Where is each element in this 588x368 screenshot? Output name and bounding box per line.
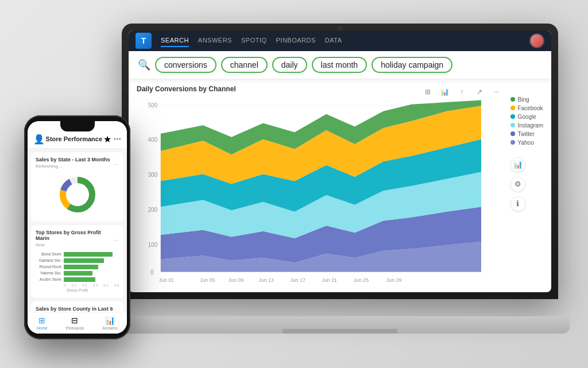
- svg-text:Jun 13: Jun 13: [258, 277, 273, 283]
- search-chip-channel[interactable]: channel: [221, 57, 268, 73]
- bar-chart-toggle[interactable]: 📊: [510, 157, 525, 172]
- svg-text:Jun 21: Jun 21: [322, 277, 337, 283]
- bar-fill-3: [64, 265, 98, 269]
- legend-instagram-dot: [510, 123, 515, 127]
- donut-card-title: Sales by State - Last 3 Months: [36, 157, 110, 162]
- chart-legend-sidebar: Bing Facebook Google Instagram: [510, 85, 543, 285]
- svg-text:Jun 17: Jun 17: [291, 277, 305, 283]
- legend-google: Google: [510, 114, 536, 120]
- phone-header-icons: ★ ···: [103, 134, 121, 145]
- svg-text:Jun 05: Jun 05: [200, 277, 215, 283]
- phone-nav-pinboards[interactable]: ⊟ Pinboards: [66, 316, 84, 330]
- legend-facebook-dot: [510, 106, 515, 110]
- answers-icon: 📊: [105, 316, 115, 325]
- axis-0: 0: [64, 284, 65, 287]
- bar-label-2: Garland Sto.: [36, 258, 61, 262]
- nav-data[interactable]: DATA: [325, 34, 342, 47]
- search-chip-daily[interactable]: daily: [272, 57, 307, 73]
- nav-items: SEARCH ANSWERS SPOTIQ PINBOARDS DATA: [161, 34, 520, 47]
- nav-answers[interactable]: ANSWERS: [198, 34, 232, 47]
- search-chip-last-month[interactable]: last month: [312, 57, 368, 73]
- svg-text:Jun 09: Jun 09: [229, 277, 243, 283]
- legend-twitter-dot: [510, 131, 515, 136]
- axis-1: 0.1: [72, 284, 76, 287]
- info-btn[interactable]: ℹ: [510, 196, 525, 211]
- table-view-btn[interactable]: ⊞: [421, 85, 435, 99]
- svg-text:0: 0: [150, 269, 154, 276]
- bar-row-4: Yakima Sto.: [36, 271, 119, 276]
- chart-header: Daily Conversions by Channel ⊞ 📊 ↑ ↗ ···: [137, 85, 504, 96]
- bar-axis: 0 0.1 0.2 0.3 0.4 0.6: [36, 284, 119, 287]
- phone-screen: 👤 Store Performance ★ ··· Sales by State…: [28, 121, 127, 334]
- phone-title: Store Performance: [46, 135, 102, 142]
- axis-4: 0.4: [103, 284, 108, 287]
- svg-point-25: [66, 183, 89, 206]
- legend-twitter: Twitter: [510, 131, 535, 137]
- nav-pinboards[interactable]: PINBOARDS: [276, 34, 316, 47]
- pinboards-icon: ⊟: [71, 316, 78, 325]
- stacked-area-chart: 500 400 300 200 100 0: [137, 99, 504, 287]
- svg-text:100: 100: [148, 241, 158, 248]
- svg-text:400: 400: [148, 136, 158, 143]
- legend-google-label: Google: [518, 114, 536, 120]
- legend-instagram-label: Instagram: [518, 122, 543, 129]
- legend-yahoo-label: Yahoo: [518, 140, 534, 146]
- more-btn[interactable]: ···: [490, 85, 504, 99]
- svg-text:300: 300: [148, 171, 158, 178]
- app-logo: T: [136, 33, 152, 49]
- svg-text:Jun 25: Jun 25: [354, 277, 369, 283]
- chart-title: Daily Conversions by Channel: [137, 85, 236, 93]
- donut-more-icon[interactable]: ···: [114, 161, 119, 168]
- search-icon: 🔍: [138, 59, 150, 71]
- search-chip-holiday[interactable]: holiday campaign: [372, 57, 452, 73]
- phone-content: Sales by State - Last 3 Months Refreshin…: [28, 149, 127, 312]
- legend-bing-label: Bing: [518, 96, 529, 103]
- bar-row-3: Round Rock: [36, 265, 119, 269]
- legend-facebook-label: Facebook: [518, 105, 543, 111]
- laptop-base: [110, 316, 570, 334]
- pin-btn[interactable]: ↑: [455, 85, 469, 99]
- bar-card-title: Top Stores by Gross Profit Marin: [36, 230, 114, 241]
- bar-label-1: Bend Store: [36, 252, 61, 256]
- bar-chart: Bend Store Garland Sto. Round Rock: [36, 251, 119, 293]
- svg-text:200: 200: [148, 206, 158, 213]
- nav-search[interactable]: SEARCH: [161, 34, 189, 47]
- bar-label-3: Round Rock: [36, 265, 61, 269]
- answers-label: Answers: [102, 326, 118, 330]
- chart-top-actions: ⊞ 📊 ↑ ↗ ···: [421, 85, 504, 99]
- bar-more-icon[interactable]: ···: [114, 237, 119, 243]
- donut-chart: [36, 172, 119, 217]
- pinboards-label: Pinboards: [66, 326, 84, 330]
- bar-row-1: Bend Store: [36, 252, 119, 257]
- scene: T SEARCH ANSWERS SPOTIQ PINBOARDS DATA 🔍…: [18, 12, 570, 357]
- phone-nav-home[interactable]: ⊞ Home: [37, 316, 48, 330]
- svg-text:Jun 29: Jun 29: [386, 277, 401, 283]
- laptop-camera: [338, 26, 342, 30]
- user-avatar[interactable]: [529, 33, 544, 48]
- laptop-screen: T SEARCH ANSWERS SPOTIQ PINBOARDS DATA 🔍…: [129, 30, 551, 292]
- phone-star-icon[interactable]: ★: [103, 134, 111, 145]
- bar-row-5: Austin Store: [36, 277, 119, 282]
- phone-more-icon[interactable]: ···: [114, 134, 121, 145]
- phone-card-donut: Sales by State - Last 3 Months Refreshin…: [31, 152, 123, 222]
- search-bar: 🔍 conversions channel daily last month h…: [129, 51, 551, 79]
- nav-spotiq[interactable]: SPOTIQ: [241, 34, 267, 47]
- donut-card-sub: Refreshing...: [36, 164, 110, 169]
- phone-nav-answers[interactable]: 📊 Answers: [102, 316, 118, 330]
- axis-2: 0.2: [82, 284, 87, 287]
- right-action-buttons: 📊 ⚙ ℹ: [510, 157, 525, 211]
- chart-main: Daily Conversions by Channel ⊞ 📊 ↑ ↗ ···: [137, 85, 504, 285]
- settings-btn[interactable]: ⚙: [510, 177, 525, 192]
- bar-fill-4: [64, 271, 92, 276]
- laptop: T SEARCH ANSWERS SPOTIQ PINBOARDS DATA 🔍…: [122, 24, 570, 334]
- bar-row-2: Garland Sto.: [36, 258, 119, 263]
- share-btn[interactable]: ↗: [473, 85, 486, 99]
- chart-view-btn[interactable]: 📊: [438, 85, 452, 99]
- legend-instagram: Instagram: [510, 122, 543, 129]
- chart-area: Daily Conversions by Channel ⊞ 📊 ↑ ↗ ···: [129, 79, 551, 290]
- phone-notch: [60, 121, 95, 131]
- donut-svg: [57, 175, 98, 215]
- legend-facebook: Facebook: [510, 105, 543, 111]
- search-chip-conversions[interactable]: conversions: [155, 57, 216, 73]
- bar-x-title: Gross Profit: [36, 288, 119, 292]
